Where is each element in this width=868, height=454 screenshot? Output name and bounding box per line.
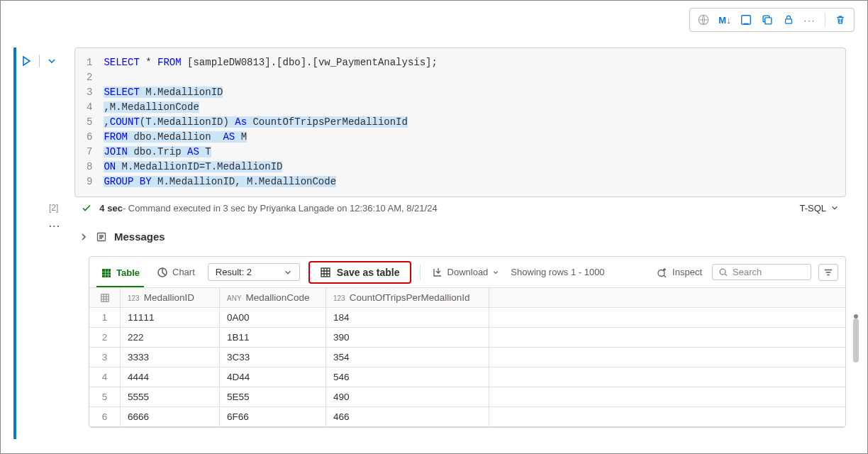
tab-chart[interactable]: Chart — [152, 262, 199, 282]
delete-icon[interactable] — [831, 11, 850, 28]
download-icon — [432, 267, 443, 278]
results-toolbar: Table Chart Result: 2 Save as table Down… — [89, 257, 845, 288]
svg-rect-15 — [321, 268, 330, 277]
lock-icon[interactable] — [779, 11, 798, 28]
results-grid: 123MedallionID ANYMedallionCode 123Count… — [89, 288, 845, 427]
status-time: 4 sec — [99, 203, 123, 214]
svg-rect-11 — [102, 275, 105, 277]
inspect-icon — [657, 267, 668, 278]
filter-icon — [823, 267, 833, 277]
more-icon[interactable]: ··· — [49, 221, 61, 231]
rows-showing: Showing rows 1 - 1000 — [511, 267, 604, 277]
line-gutter: 123456789 — [87, 55, 104, 189]
type-tag: 123 — [128, 294, 140, 302]
cell: 4D44 — [220, 367, 326, 387]
language-label: T-SQL — [799, 203, 826, 214]
svg-rect-12 — [106, 275, 108, 277]
run-controls — [21, 55, 57, 67]
cell: 390 — [326, 328, 489, 347]
chevron-down-icon — [830, 204, 839, 212]
messages-toggle[interactable]: Messages — [79, 231, 165, 243]
messages-icon — [96, 231, 107, 243]
cell-index: [2] — [49, 203, 58, 213]
col-header[interactable]: ANYMedallionCode — [220, 288, 326, 307]
table-row[interactable]: 555555E55490 — [89, 387, 845, 407]
divider — [39, 55, 40, 67]
table-row[interactable]: 1111110A00184 — [89, 308, 845, 328]
table-row[interactable]: 22221B11390 — [89, 328, 845, 348]
cell: 466 — [326, 407, 489, 426]
chevron-down-icon — [284, 268, 292, 277]
messages-label: Messages — [114, 231, 165, 243]
cell: 0A00 — [220, 308, 326, 327]
col-name: MedallionCode — [246, 292, 310, 303]
cell: 6666 — [121, 407, 220, 426]
chart-icon — [157, 267, 168, 278]
svg-rect-5 — [102, 269, 105, 272]
result-label: Result: 2 — [216, 267, 252, 277]
scrollbar[interactable] — [853, 319, 859, 362]
run-icon[interactable] — [21, 55, 32, 67]
grid-header: 123MedallionID ANYMedallionCode 123Count… — [89, 288, 845, 308]
cell: 546 — [326, 367, 489, 387]
svg-point-17 — [720, 269, 725, 275]
filter-button[interactable] — [818, 264, 838, 281]
search-placeholder: Search — [733, 267, 762, 277]
table-row[interactable]: 444444D44546 — [89, 367, 845, 387]
chevron-down-icon — [492, 269, 499, 276]
status-bar: [2] 4 sec - Command executed in 3 sec by… — [49, 196, 846, 219]
language-selector[interactable]: T-SQL — [799, 203, 846, 214]
inspect-button[interactable]: Inspect — [654, 264, 705, 281]
row-number: 2 — [89, 328, 121, 347]
save-as-table-button[interactable]: Save as table — [308, 261, 411, 284]
markdown-icon[interactable]: M↓ — [716, 11, 734, 28]
type-tag: 123 — [333, 294, 345, 302]
search-input[interactable]: Search — [712, 264, 811, 280]
chevron-down-icon[interactable] — [47, 56, 57, 66]
cell: 3333 — [121, 348, 220, 367]
svg-rect-13 — [108, 275, 111, 277]
save-as-table-label: Save as table — [337, 267, 400, 278]
results-panel: Table Chart Result: 2 Save as table Down… — [89, 256, 846, 428]
table-grid-icon — [320, 267, 331, 278]
row-number: 3 — [89, 348, 121, 367]
svg-point-16 — [658, 270, 664, 276]
svg-rect-3 — [786, 19, 792, 23]
cell-accent — [13, 48, 16, 439]
copy-icon[interactable] — [758, 11, 777, 28]
cell: 222 — [121, 328, 220, 347]
col-name: CountOfTripsPerMedallionId — [350, 292, 470, 303]
table-row[interactable]: 666666F66466 — [89, 407, 845, 427]
cell: 4444 — [121, 367, 220, 387]
status-message: - Command executed in 3 sec by Priyanka … — [123, 203, 438, 214]
cell: 490 — [326, 387, 489, 406]
search-icon — [718, 267, 728, 277]
svg-rect-2 — [765, 18, 772, 24]
row-number: 1 — [89, 308, 121, 327]
row-number: 4 — [89, 367, 121, 387]
code-content: SELECT * FROM [sampleDW0813].[dbo].[vw_P… — [104, 55, 438, 189]
cell: 5E55 — [220, 387, 326, 406]
table-row[interactable]: 333333C33354 — [89, 348, 845, 367]
col-header[interactable]: 123CountOfTripsPerMedallionId — [326, 288, 489, 307]
tab-table[interactable]: Table — [96, 263, 144, 287]
more-icon[interactable]: ··· — [801, 11, 819, 28]
corner-cell[interactable] — [89, 288, 121, 307]
download-button[interactable]: Download — [429, 264, 503, 281]
cell: 1B11 — [220, 328, 326, 347]
cell: 354 — [326, 348, 489, 367]
tablet-icon[interactable] — [737, 11, 755, 28]
globe-icon[interactable] — [694, 11, 713, 28]
cell: 11111 — [121, 308, 220, 327]
svg-rect-6 — [106, 269, 108, 272]
cell: 3C33 — [220, 348, 326, 367]
col-header[interactable]: 123MedallionID — [121, 288, 220, 307]
code-editor[interactable]: 123456789 SELECT * FROM [sampleDW0813].[… — [74, 48, 846, 197]
svg-rect-1 — [742, 16, 751, 25]
tab-label: Table — [116, 267, 140, 278]
row-number: 6 — [89, 407, 121, 426]
cell-toolbar: M↓ ··· — [689, 8, 855, 32]
result-selector[interactable]: Result: 2 — [208, 263, 300, 281]
svg-rect-8 — [102, 272, 105, 275]
inspect-label: Inspect — [672, 267, 702, 277]
